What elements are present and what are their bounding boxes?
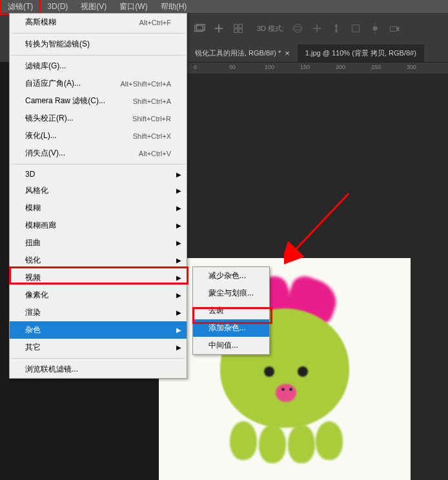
svg-rect-5 bbox=[239, 25, 242, 28]
svg-marker-16 bbox=[397, 26, 400, 31]
menu-item-lens-correction[interactable]: 镜头校正(R)...Shift+Ctrl+R bbox=[10, 110, 187, 127]
menu-item-vanishing-point[interactable]: 消失点(V)...Alt+Ctrl+V bbox=[10, 145, 187, 162]
filter-menu-dropdown: 高斯模糊Alt+Ctrl+F 转换为智能滤镜(S) 滤镜库(G)... 自适应广… bbox=[9, 13, 187, 379]
submenu-median[interactable]: 中间值... bbox=[193, 337, 269, 354]
menu-item-other[interactable]: 其它▶ bbox=[10, 339, 187, 356]
menu-view[interactable]: 视图(V) bbox=[74, 0, 113, 14]
pan-icon[interactable] bbox=[311, 23, 323, 34]
scale-icon[interactable] bbox=[350, 23, 361, 34]
menu-item-video[interactable]: 视频▶ bbox=[10, 269, 187, 286]
ruler-tick: 150 bbox=[300, 64, 310, 70]
ruler-tick: 0 bbox=[194, 64, 197, 70]
chevron-right-icon: ▶ bbox=[176, 239, 181, 246]
light-icon[interactable] bbox=[369, 23, 381, 34]
svg-rect-11 bbox=[352, 25, 360, 32]
svg-marker-10 bbox=[334, 24, 338, 33]
menu-item-noise[interactable]: 杂色▶ bbox=[10, 321, 187, 339]
submenu-add-noise[interactable]: 添加杂色... bbox=[193, 319, 269, 337]
svg-point-12 bbox=[373, 26, 378, 30]
chevron-right-icon: ▶ bbox=[176, 187, 181, 194]
chevron-right-icon: ▶ bbox=[176, 326, 181, 334]
tab-title: 1.jpg @ 110% (背景 拷贝, RGB/8#) bbox=[305, 48, 416, 58]
menu-item-render[interactable]: 渲染▶ bbox=[10, 304, 187, 321]
svg-rect-4 bbox=[234, 25, 238, 28]
chevron-right-icon: ▶ bbox=[176, 171, 181, 178]
menu-item-liquify[interactable]: 液化(L)...Shift+Ctrl+X bbox=[10, 127, 187, 145]
menu-item-blur-gallery[interactable]: 模糊画廊▶ bbox=[10, 217, 187, 234]
ruler-tick: 50 bbox=[229, 64, 236, 70]
chevron-right-icon: ▶ bbox=[176, 274, 181, 281]
submenu-reduce-noise[interactable]: 减少杂色... bbox=[193, 267, 269, 285]
menu-item-blur[interactable]: 模糊▶ bbox=[10, 199, 187, 217]
move-icon[interactable] bbox=[331, 23, 342, 34]
menu-item-last-filter[interactable]: 高斯模糊Alt+Ctrl+F bbox=[10, 14, 187, 31]
chevron-right-icon: ▶ bbox=[176, 344, 181, 351]
submenu-despeckle[interactable]: 去斑 bbox=[193, 302, 269, 319]
ruler-tick: 100 bbox=[265, 64, 274, 70]
menu-item-3d[interactable]: 3D▶ bbox=[10, 166, 187, 182]
tab-document-2[interactable]: 1.jpg @ 110% (背景 拷贝, RGB/8#) bbox=[298, 45, 424, 62]
menu-item-stylize[interactable]: 风格化▶ bbox=[10, 182, 187, 199]
menu-item-smart-filter[interactable]: 转换为智能滤镜(S) bbox=[10, 35, 187, 53]
menu-item-camera-raw[interactable]: Camera Raw 滤镜(C)...Shift+Ctrl+A bbox=[10, 92, 187, 110]
chevron-right-icon: ▶ bbox=[176, 257, 181, 264]
tab-title: 锐化工具的用法, RGB/8#) * bbox=[195, 48, 281, 58]
close-icon[interactable]: × bbox=[285, 48, 290, 58]
submenu-dust-scratches[interactable]: 蒙尘与划痕... bbox=[193, 285, 269, 302]
menu-item-sharpen[interactable]: 锐化▶ bbox=[10, 252, 187, 269]
svg-rect-7 bbox=[239, 29, 242, 32]
3d-mode-label: 3D 模式: bbox=[257, 24, 284, 34]
ruler-tick: 200 bbox=[336, 64, 345, 70]
menu-item-distort[interactable]: 扭曲▶ bbox=[10, 234, 187, 252]
chevron-right-icon: ▶ bbox=[176, 292, 181, 299]
menu-item-browse-online[interactable]: 浏览联机滤镜... bbox=[10, 361, 187, 378]
grid-icon[interactable] bbox=[232, 23, 244, 34]
chevron-right-icon: ▶ bbox=[176, 205, 181, 212]
menubar: 滤镜(T) 3D(D) 视图(V) 窗口(W) 帮助(H) bbox=[0, 0, 448, 13]
svg-rect-15 bbox=[391, 26, 397, 31]
align-icon[interactable] bbox=[213, 23, 225, 34]
menu-item-adaptive-wide[interactable]: 自适应广角(A)...Alt+Shift+Ctrl+A bbox=[10, 75, 187, 92]
horizontal-ruler: 0 50 100 150 200 250 300 bbox=[187, 62, 448, 74]
noise-submenu: 减少杂色... 蒙尘与划痕... 去斑 添加杂色... 中间值... bbox=[192, 266, 270, 355]
chevron-right-icon: ▶ bbox=[176, 309, 181, 316]
camera-icon[interactable] bbox=[389, 23, 400, 34]
ruler-tick: 250 bbox=[371, 64, 381, 70]
svg-point-9 bbox=[294, 26, 302, 30]
layers-icon[interactable] bbox=[194, 23, 205, 34]
chevron-right-icon: ▶ bbox=[176, 222, 181, 229]
menu-item-filter-gallery[interactable]: 滤镜库(G)... bbox=[10, 57, 187, 75]
svg-rect-6 bbox=[234, 29, 238, 32]
menu-item-pixelate[interactable]: 像素化▶ bbox=[10, 286, 187, 304]
tab-document-1[interactable]: 锐化工具的用法, RGB/8#) * × bbox=[187, 45, 298, 62]
menu-help[interactable]: 帮助(H) bbox=[154, 0, 194, 14]
orbit-icon[interactable] bbox=[292, 23, 303, 34]
menu-window[interactable]: 窗口(W) bbox=[113, 0, 154, 14]
svg-point-8 bbox=[294, 25, 302, 33]
menu-3d[interactable]: 3D(D) bbox=[41, 1, 74, 12]
ruler-tick: 300 bbox=[407, 64, 416, 70]
